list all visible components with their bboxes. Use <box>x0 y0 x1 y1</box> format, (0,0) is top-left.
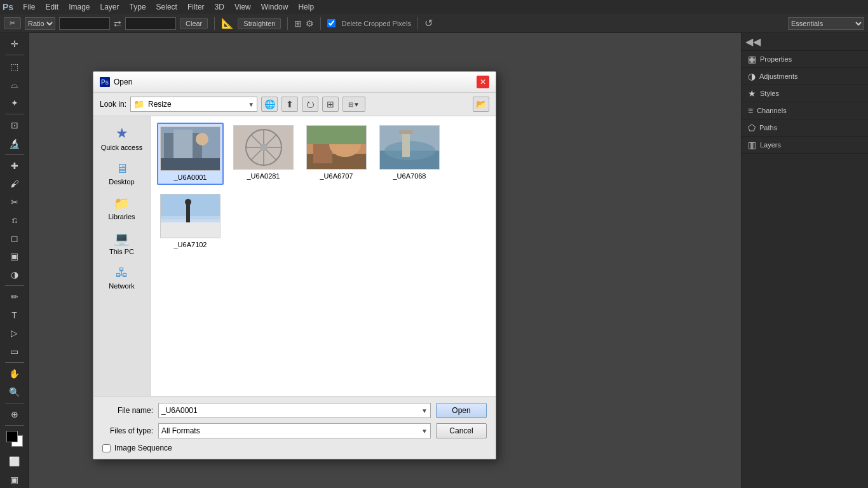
foreground-color[interactable] <box>6 431 18 442</box>
zoom-tool[interactable]: 🔍 <box>3 383 26 400</box>
history-tool[interactable]: ⎌ <box>3 212 26 228</box>
main-layout: ✛ ⬚ ⌓ ✦ ⊡ 🔬 ✚ 🖌 ✂ ⎌ ◻ ▣ ◑ ✏ T ▷ ▭ ✋ 🔍 ⊕ … <box>0 33 868 488</box>
move-tool[interactable]: ✛ <box>3 36 26 52</box>
gradient-tool[interactable]: ▣ <box>3 248 26 264</box>
layers-label: Layers <box>760 141 781 149</box>
shape-tool[interactable]: ▭ <box>3 343 26 360</box>
cancel-button[interactable]: Cancel <box>436 423 487 438</box>
crop-tool[interactable]: ⊡ <box>3 117 26 133</box>
file-item-u6a0001[interactable]: _U6A0001 <box>157 123 224 185</box>
delete-cropped-checkbox[interactable] <box>327 19 336 27</box>
menu-image[interactable]: Image <box>64 1 94 13</box>
view-mode-button[interactable]: ⊞ <box>322 97 339 112</box>
crop-tool-options[interactable]: ✂ <box>4 17 21 29</box>
3d-tool[interactable]: ⊕ <box>3 406 26 423</box>
panel-item-adjustments[interactable]: ◑ Adjustments <box>742 68 868 85</box>
nav-libraries[interactable]: 📁 Libraries <box>97 192 147 224</box>
collapse-panels-icon[interactable]: ◀◀ <box>745 36 761 48</box>
create-folder-button[interactable]: 📂 <box>473 97 489 112</box>
folder-icon: 📁 <box>133 99 144 109</box>
look-in-select[interactable]: 📁 Resize ▼ <box>130 97 257 112</box>
settings-icon: ⚙ <box>306 18 314 29</box>
nav-libraries-label: Libraries <box>108 213 135 220</box>
panel-item-styles[interactable]: ★ Styles <box>742 85 868 102</box>
file-item-u6a7102[interactable]: _U6A7102 <box>157 191 224 251</box>
nav-this-pc[interactable]: 💻 This PC <box>97 227 147 259</box>
up-folder-button[interactable]: ⬆ <box>281 97 298 112</box>
work-area: Ps Open ✕ Look in: 📁 Resize ▼ 🌐 ⬆ ⭮ ⊞ ⊟▼ <box>29 33 741 488</box>
nav-quick-access[interactable]: ★ Quick access <box>97 121 147 155</box>
menu-bar: Ps File Edit Image Layer Type Select Fil… <box>0 0 868 14</box>
file-name-dropdown-arrow: ▼ <box>421 407 428 414</box>
essentials-select[interactable]: Essentials <box>788 17 864 30</box>
look-in-arrow: ▼ <box>248 101 254 108</box>
view-dropdown[interactable]: ⊟▼ <box>342 97 365 112</box>
separator3 <box>320 17 321 30</box>
quick-mask-tool[interactable]: ⬜ <box>3 453 26 470</box>
nav-network-label: Network <box>109 282 134 290</box>
menu-filter[interactable]: Filter <box>183 1 209 13</box>
dialog-nav: ★ Quick access 🖥 Desktop 📁 Libraries 💻 T… <box>93 116 151 396</box>
marquee-tool[interactable]: ⬚ <box>3 58 26 74</box>
menu-file[interactable]: File <box>18 1 39 13</box>
reset-icon: ↺ <box>424 17 433 29</box>
panel-item-channels[interactable]: ≡ Channels <box>742 102 868 119</box>
image-sequence-label: Image Sequence <box>114 444 172 452</box>
clear-button[interactable]: Clear <box>180 18 208 29</box>
menu-edit[interactable]: Edit <box>41 1 63 13</box>
look-in-value: Resize <box>148 100 244 109</box>
panel-item-paths[interactable]: ⬠ Paths <box>742 119 868 137</box>
eyedropper-tool[interactable]: 🔬 <box>3 135 26 151</box>
file-item-u6a0281[interactable]: _U6A0281 <box>230 123 297 185</box>
path-tool[interactable]: ▷ <box>3 325 26 341</box>
file-browser: _U6A0001 <box>151 116 496 396</box>
straighten-button[interactable]: Straighten <box>238 18 281 29</box>
clone-tool[interactable]: ✂ <box>3 194 26 210</box>
dialog-close-button[interactable]: ✕ <box>477 76 489 88</box>
nav-desktop[interactable]: 🖥 Desktop <box>97 158 147 189</box>
left-tool-panel: ✛ ⬚ ⌓ ✦ ⊡ 🔬 ✚ 🖌 ✂ ⎌ ◻ ▣ ◑ ✏ T ▷ ▭ ✋ 🔍 ⊕ … <box>0 33 29 488</box>
separator2 <box>287 17 288 30</box>
screen-mode-tool[interactable]: ▣ <box>3 471 26 487</box>
menu-select[interactable]: Select <box>152 1 182 13</box>
svg-rect-24 <box>161 216 220 222</box>
menu-help[interactable]: Help <box>294 1 318 13</box>
panel-item-properties[interactable]: ▦ Properties <box>742 51 868 68</box>
thumb-svg-u6a0281 <box>234 125 293 170</box>
menu-3d[interactable]: 3D <box>210 1 229 13</box>
image-sequence-checkbox[interactable] <box>102 444 111 452</box>
file-item-u6a6707[interactable]: _U6A6707 <box>303 123 370 185</box>
hand-tool[interactable]: ✋ <box>3 365 26 382</box>
paths-icon: ⬠ <box>748 123 756 133</box>
menu-layer[interactable]: Layer <box>96 1 124 13</box>
svg-point-11 <box>260 144 268 151</box>
file-item-u6a7068[interactable]: _U6A7068 <box>376 123 443 185</box>
file-name-u6a0281: _U6A0281 <box>247 172 280 180</box>
files-of-type-input[interactable]: All Formats ▼ <box>158 423 431 438</box>
color-swatch[interactable] <box>6 431 23 447</box>
ratio-select[interactable]: Ratio <box>25 17 55 30</box>
width-input[interactable] <box>59 17 110 30</box>
menu-view[interactable]: View <box>230 1 255 13</box>
eraser-tool[interactable]: ◻ <box>3 230 26 247</box>
file-name-input[interactable]: _U6A0001 ▼ <box>158 403 431 418</box>
menu-type[interactable]: Type <box>125 1 151 13</box>
tool-separator6 <box>5 403 24 403</box>
svg-rect-2 <box>173 130 193 158</box>
panel-item-layers[interactable]: ▥ Layers <box>742 137 868 154</box>
nav-network[interactable]: 🖧 Network <box>97 262 147 294</box>
open-dialog: Ps Open ✕ Look in: 📁 Resize ▼ 🌐 ⬆ ⭮ ⊞ ⊟▼ <box>93 71 496 459</box>
height-input[interactable] <box>125 17 176 30</box>
menu-window[interactable]: Window <box>257 1 293 13</box>
open-button[interactable]: Open <box>436 403 487 418</box>
file-thumb-u6a6707 <box>306 125 367 170</box>
magic-wand-tool[interactable]: ✦ <box>3 94 26 111</box>
pen-tool[interactable]: ✏ <box>3 288 26 305</box>
brush-tool[interactable]: 🖌 <box>3 175 26 192</box>
dodge-tool[interactable]: ◑ <box>3 266 26 283</box>
healing-tool[interactable]: ✚ <box>3 158 26 174</box>
recent-button[interactable]: ⭮ <box>302 97 318 112</box>
lasso-tool[interactable]: ⌓ <box>3 76 26 93</box>
type-tool[interactable]: T <box>3 307 26 323</box>
back-button[interactable]: 🌐 <box>261 97 278 112</box>
